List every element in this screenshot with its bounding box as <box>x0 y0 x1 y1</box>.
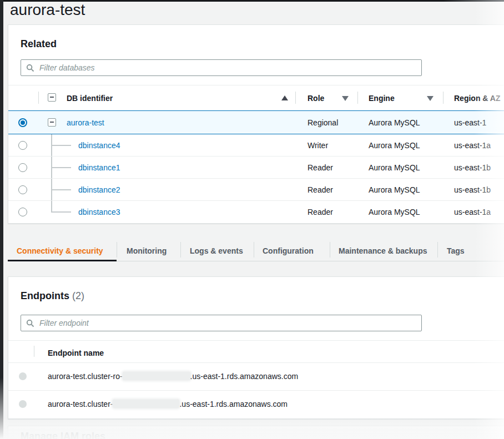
related-panel: Related DB identifier Role Engine Region… <box>8 24 504 224</box>
tab-monitoring[interactable]: Monitoring <box>127 246 167 255</box>
row-radio[interactable] <box>18 185 27 194</box>
table-row[interactable]: dbinstance4 Writer Aurora MySQL us-east-… <box>8 134 504 157</box>
search-icon <box>26 319 34 327</box>
endpoint-name: aurora-test.cluster-.us-east-1.rds.amazo… <box>48 400 288 408</box>
engine-cell: Aurora MySQL <box>369 208 420 216</box>
row-radio[interactable] <box>18 163 27 172</box>
endpoint-name: aurora-test.cluster-ro-.us-east-1.rds.am… <box>48 372 298 381</box>
role-cell: Reader <box>308 185 333 194</box>
column-header-engine[interactable]: Engine <box>369 94 395 103</box>
collapse-all-icon[interactable] <box>48 93 56 102</box>
endpoints-panel: Endpoints (2) Endpoint name aurora-test.… <box>8 276 504 419</box>
endpoints-count: (2) <box>72 290 84 301</box>
tab-divider <box>330 242 330 258</box>
row-radio-selected[interactable] <box>18 118 27 127</box>
redacted-text <box>123 372 190 380</box>
role-cell: Writer <box>308 141 328 150</box>
endpoint-radio[interactable] <box>19 400 27 408</box>
table-row[interactable]: dbinstance2 Reader Aurora MySQL us-east-… <box>8 179 504 201</box>
column-divider <box>357 92 358 104</box>
endpoint-row[interactable]: aurora-test.cluster-.us-east-1.rds.amazo… <box>8 390 504 418</box>
endpoint-name-prefix: aurora-test.cluster- <box>48 400 113 408</box>
tab-divider <box>437 242 438 258</box>
role-cell: Reader <box>308 163 333 172</box>
endpoint-name-suffix: .us-east-1.rds.amazonaws.com <box>179 400 288 408</box>
related-heading: Related <box>21 38 57 50</box>
engine-cell: Aurora MySQL <box>369 163 420 172</box>
region-cell: us-east-1 <box>454 118 486 127</box>
manage-iam-roles-heading: Manage IAM roles <box>21 431 105 439</box>
column-header-db-identifier[interactable]: DB identifier <box>67 94 113 103</box>
tab-tags[interactable]: Tags <box>447 246 465 255</box>
engine-cell: Aurora MySQL <box>369 141 420 150</box>
region-cell: us-east-1b <box>454 163 491 172</box>
region-cell: us-east-1a <box>454 208 491 216</box>
collapse-row-icon[interactable] <box>48 118 56 127</box>
tab-divider <box>254 242 254 258</box>
db-identifier-link[interactable]: dbinstance4 <box>78 141 120 150</box>
endpoint-name-suffix: .us-east-1.rds.amazonaws.com <box>190 372 299 381</box>
column-divider <box>38 92 39 104</box>
db-identifier-link[interactable]: aurora-test <box>67 118 104 127</box>
role-cell: Regional <box>308 118 338 127</box>
tab-divider <box>180 242 181 258</box>
table-row[interactable]: dbinstance1 Reader Aurora MySQL us-east-… <box>8 157 504 179</box>
row-radio[interactable] <box>18 141 27 150</box>
filter-endpoint-box <box>21 315 422 331</box>
tab-logs-events[interactable]: Logs & events <box>190 246 243 255</box>
tab-maintenance-backups[interactable]: Maintenance & backups <box>339 246 427 255</box>
region-cell: us-east-1a <box>454 141 491 150</box>
endpoints-heading: Endpoints (2) <box>21 290 84 302</box>
filter-endpoint-input[interactable] <box>38 318 421 328</box>
role-cell: Reader <box>308 208 333 216</box>
db-identifier-link[interactable]: dbinstance3 <box>78 208 120 216</box>
db-identifier-link[interactable]: dbinstance2 <box>78 185 120 194</box>
filter-dropdown-icon[interactable] <box>342 96 349 101</box>
column-header-endpoint-name: Endpoint name <box>48 349 104 357</box>
tab-connectivity-security[interactable]: Connectivity & security <box>17 246 103 255</box>
sort-ascending-icon[interactable] <box>281 95 288 100</box>
filter-databases-box <box>21 59 422 76</box>
left-window-edge <box>0 0 3 439</box>
table-row[interactable]: dbinstance3 Reader Aurora MySQL us-east-… <box>8 201 504 223</box>
endpoints-heading-text: Endpoints <box>21 290 69 301</box>
filter-dropdown-icon[interactable] <box>427 96 434 101</box>
db-identifier-link[interactable]: dbinstance1 <box>78 163 120 172</box>
table-row[interactable]: aurora-test Regional Aurora MySQL us-eas… <box>8 110 504 134</box>
column-header-region-az[interactable]: Region & AZ <box>454 94 500 103</box>
filter-databases-input[interactable] <box>38 63 421 73</box>
engine-cell: Aurora MySQL <box>369 118 420 127</box>
search-icon <box>26 64 34 72</box>
top-window-edge <box>0 0 504 2</box>
detail-tabs: Connectivity & security Monitoring Logs … <box>0 238 504 263</box>
column-divider <box>34 346 34 357</box>
redacted-text <box>113 400 179 408</box>
manage-iam-roles-panel: Manage IAM roles <box>8 426 504 439</box>
engine-cell: Aurora MySQL <box>369 185 420 194</box>
tab-configuration[interactable]: Configuration <box>263 246 314 255</box>
column-divider <box>443 92 443 104</box>
rds-console-page: aurora-test Related DB identifier Role E… <box>0 0 504 439</box>
region-cell: us-east-1b <box>454 185 491 194</box>
column-divider <box>295 92 296 104</box>
page-title: aurora-test <box>10 1 85 19</box>
endpoint-name-prefix: aurora-test.cluster-ro- <box>48 372 123 381</box>
tab-divider <box>117 242 117 258</box>
column-header-role[interactable]: Role <box>308 94 324 103</box>
endpoint-row[interactable]: aurora-test.cluster-ro-.us-east-1.rds.am… <box>8 362 504 391</box>
row-radio[interactable] <box>18 208 27 216</box>
active-tab-indicator <box>8 260 117 261</box>
related-table-header: DB identifier Role Engine Region & AZ <box>8 85 504 110</box>
endpoint-radio[interactable] <box>19 372 27 380</box>
table-top-divider <box>8 340 504 341</box>
